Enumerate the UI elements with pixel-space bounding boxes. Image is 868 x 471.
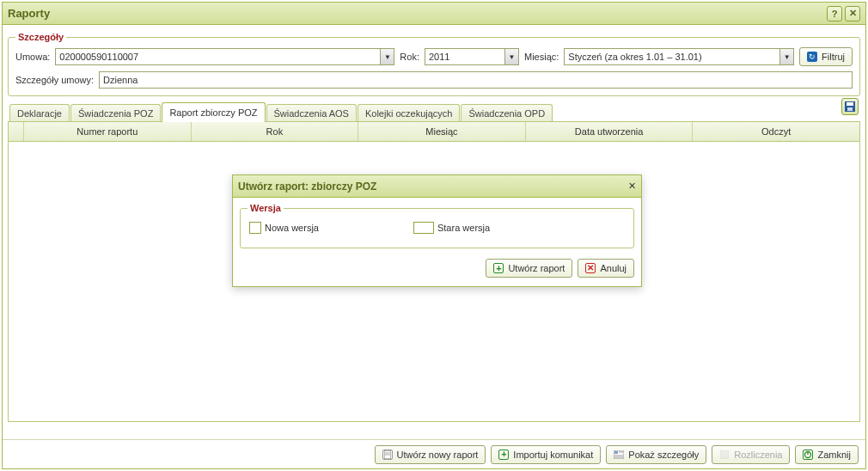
settlement-icon: [719, 450, 730, 460]
show-details-label: Pokaż szczegóły: [628, 450, 699, 460]
close-icon: ✕: [628, 180, 636, 191]
grid-col-data[interactable]: Data utworzenia: [526, 122, 694, 141]
tab-label: Kolejki oczekujących: [365, 108, 453, 119]
tab-label: Świadczenia POZ: [78, 108, 153, 119]
dialog-body: Wersja Nowa wersja Stara wersja + Utwórz…: [233, 198, 641, 286]
title-bar: Raporty ? ✕: [3, 3, 865, 25]
refresh-icon: ↻: [807, 52, 817, 62]
wersja-fieldset: Wersja Nowa wersja Stara wersja: [240, 203, 634, 248]
umowa-select[interactable]: 020000590110007 ▼: [55, 48, 394, 65]
power-icon: [803, 450, 813, 460]
tab-swiadczenia-poz[interactable]: Świadczenia POZ: [70, 104, 161, 122]
miesiac-label: Miesiąc:: [524, 52, 559, 62]
grid-header: Numer raportu Rok Miesiąc Data utworzeni…: [9, 122, 859, 142]
checkbox-checked-icon: [413, 222, 434, 234]
szczegoly-umowy-field: Dzienna: [99, 71, 853, 89]
tab-deklaracje[interactable]: Deklaracje: [9, 104, 70, 122]
close-icon: ✕: [849, 8, 857, 19]
details-icon: [614, 450, 624, 460]
footer-bar: Utwórz nowy raport + Importuj komunikat …: [3, 439, 865, 468]
create-report-dialog: Utwórz raport: zbiorczy POZ ✕ Wersja Now…: [232, 174, 642, 287]
svg-rect-1: [847, 102, 853, 106]
cancel-label: Anuluj: [600, 263, 627, 273]
tab-strip: Deklaracje Świadczenia POZ Raport zbiorc…: [8, 101, 860, 121]
help-button[interactable]: ?: [827, 6, 842, 21]
umowa-label: Umowa:: [15, 52, 50, 62]
document-icon: [382, 450, 393, 460]
window-title: Raporty: [8, 7, 824, 20]
tab-label: Deklaracje: [17, 108, 62, 119]
grid-col-rok[interactable]: Rok: [192, 122, 359, 141]
details-fieldset: Szczegóły Umowa: 020000590110007 ▼ Rok: …: [8, 32, 860, 96]
stara-wersja-option[interactable]: Stara wersja: [413, 222, 490, 234]
filtruj-label: Filtruj: [822, 52, 845, 62]
tab-kolejki[interactable]: Kolejki oczekujących: [358, 104, 461, 122]
close-button[interactable]: Zamknij: [795, 445, 859, 464]
plus-icon: +: [493, 263, 504, 273]
szczegoly-umowy-label: Szczegóły umowy:: [15, 75, 94, 85]
grid-col-miesiac[interactable]: Miesiąc: [358, 122, 526, 141]
plus-icon: +: [498, 450, 509, 460]
dialog-actions: + Utwórz raport ✕ Anuluj: [240, 259, 634, 278]
filter-row-2: Szczegóły umowy: Dzienna: [15, 71, 853, 89]
rozliczenia-button: Rozliczenia: [712, 445, 790, 464]
tab-swiadczenia-opd[interactable]: Świadczenia OPD: [461, 104, 553, 122]
new-report-label: Utwórz nowy raport: [397, 450, 479, 460]
nowa-wersja-option[interactable]: Nowa wersja: [249, 222, 319, 234]
filtruj-button[interactable]: ↻ Filtruj: [799, 47, 853, 66]
chevron-down-icon: ▼: [779, 49, 793, 64]
cancel-button[interactable]: ✕ Anuluj: [578, 259, 634, 278]
svg-rect-7: [614, 451, 618, 454]
dialog-title-bar: Utwórz raport: zbiorczy POZ ✕: [233, 175, 641, 198]
svg-rect-11: [720, 450, 729, 459]
nowa-wersja-label: Nowa wersja: [265, 223, 319, 233]
miesiac-value: Styczeń (za okres 1.01 – 31.01): [568, 52, 701, 62]
wersja-legend: Wersja: [248, 203, 284, 213]
stara-wersja-label: Stara wersja: [437, 223, 490, 233]
rozliczenia-label: Rozliczenia: [734, 450, 782, 460]
checkbox-icon: [249, 222, 261, 234]
dialog-close-button[interactable]: ✕: [628, 180, 636, 192]
rok-select[interactable]: 2011 ▼: [425, 48, 519, 65]
grid-col-selector[interactable]: [9, 122, 24, 141]
wersja-options-row: Nowa wersja Stara wersja: [248, 218, 627, 241]
save-button[interactable]: [841, 98, 859, 115]
import-button[interactable]: + Importuj komunikat: [491, 445, 601, 464]
details-legend: Szczegóły: [15, 32, 66, 42]
umowa-value: 020000590110007: [59, 52, 138, 62]
grid-col-numer[interactable]: Numer raportu: [24, 122, 192, 141]
diskette-icon: [845, 101, 855, 112]
create-report-label: Utwórz raport: [508, 263, 565, 273]
new-report-button[interactable]: Utwórz nowy raport: [375, 445, 486, 464]
svg-rect-2: [847, 107, 853, 111]
rok-label: Rok:: [400, 52, 419, 62]
dialog-title: Utwórz raport: zbiorczy POZ: [238, 180, 628, 193]
main-window: Raporty ? ✕ Szczegóły Umowa: 02000059011…: [2, 2, 866, 469]
help-icon: ?: [832, 9, 838, 19]
tab-label: Świadczenia OPD: [468, 108, 545, 119]
chevron-down-icon: ▼: [380, 49, 394, 64]
tab-raport-zbiorczy-poz[interactable]: Raport zbiorczy POZ: [162, 102, 265, 122]
cancel-icon: ✕: [585, 263, 596, 273]
tab-label: Świadczenia AOS: [274, 108, 349, 119]
close-window-button[interactable]: ✕: [845, 6, 860, 21]
tab-label: Raport zbiorczy POZ: [169, 107, 257, 118]
create-report-button[interactable]: + Utwórz raport: [486, 259, 572, 278]
miesiac-select[interactable]: Styczeń (za okres 1.01 – 31.01) ▼: [564, 48, 794, 65]
import-label: Importuj komunikat: [513, 450, 593, 460]
filter-row-1: Umowa: 020000590110007 ▼ Rok: 2011 ▼ Mie…: [15, 47, 853, 66]
grid-col-odczyt[interactable]: Odczyt: [693, 122, 859, 141]
szczegoly-umowy-value: Dzienna: [103, 75, 138, 85]
rok-value: 2011: [429, 52, 449, 62]
chevron-down-icon: ▼: [504, 49, 518, 64]
show-details-button[interactable]: Pokaż szczegóły: [606, 445, 706, 464]
close-label: Zamknij: [817, 450, 851, 460]
tab-swiadczenia-aos[interactable]: Świadczenia AOS: [266, 104, 357, 122]
